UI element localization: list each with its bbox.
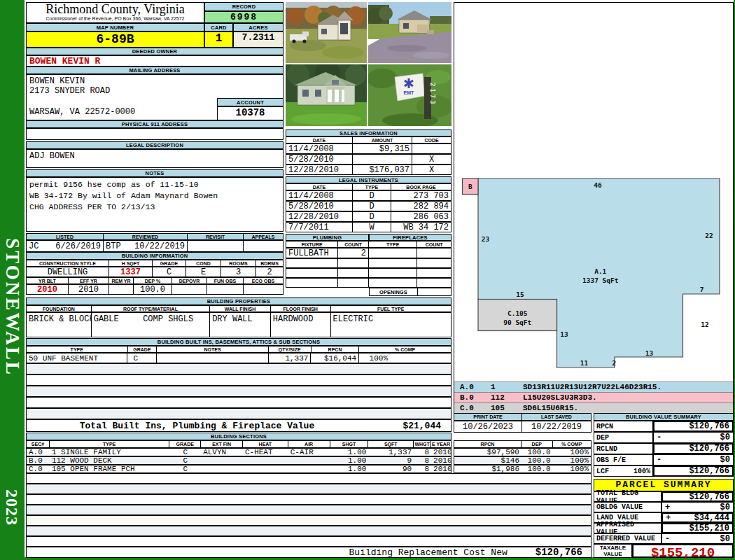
value-summary-row: RCLND $120,766 xyxy=(594,443,734,454)
parcel-row: DEFERRED VALUE -$0 xyxy=(594,533,734,544)
empty-row xyxy=(26,505,592,515)
built-ins-total-label: Total Built Ins, Plumbing & Fireplace Va… xyxy=(27,421,368,431)
section-row: A.0 1 SINGLE FAMILY C ALVYN C-HEAT C-AIR… xyxy=(26,448,451,456)
deeded-owner-value: BOWEN KEVIN R xyxy=(26,55,284,66)
deeded-owner-label: DEEDED OWNER xyxy=(26,48,284,55)
empty-row xyxy=(26,536,592,547)
built-ins-empty-row xyxy=(26,408,451,419)
sections-header: SEC# TYPE GRADE EXT FIN HEAT AIR SHGT SQ… xyxy=(26,440,451,448)
svg-text:7: 7 xyxy=(700,286,704,293)
building-information-title: BUILDING INFORMATION xyxy=(26,252,284,260)
review-header-row: LISTED REVIEWED REVISIT APPEALS xyxy=(26,233,284,240)
svg-text:13: 13 xyxy=(645,349,654,357)
bedrooms: 2 xyxy=(256,267,283,276)
taxable-value: $155,210 xyxy=(632,544,734,558)
building-properties-title: BUILDING PROPERTIES xyxy=(26,298,451,305)
built-ins-title: BUILDING BUILT INS, BASEMENTS, ATTICS & … xyxy=(26,338,451,346)
sections-rpcn-row: $146 100.0 100% xyxy=(454,456,592,465)
built-ins-empty-row xyxy=(26,397,451,408)
roof-value: GABLECOMP SHGLS xyxy=(92,313,210,337)
photo-grid: EMT 2173 xyxy=(286,2,451,126)
functional-obs xyxy=(207,285,244,294)
legal-description-label: LEGAL DESCRIPTION xyxy=(26,141,284,149)
sketch-legend-row-c: C.0 105 SD6L15U6R15. xyxy=(454,402,733,413)
year-vertical-label: 2023 xyxy=(3,479,21,536)
parcel-row: TOTAL BLDG VALUE $120,766 xyxy=(594,491,734,502)
dep-override xyxy=(172,285,207,294)
plumbing-header-row: FIXTURE COUNT TYPE COUNT xyxy=(286,241,451,248)
svg-text:2: 2 xyxy=(612,359,616,367)
record-label: RECORD xyxy=(204,2,284,11)
floor-finish-value: HARDWOOD xyxy=(271,313,331,337)
building-sketch: B462322A.11337 SqFt157C.10590 SqFt131213… xyxy=(454,2,734,380)
county-title: Richmond County, Virginia xyxy=(27,3,204,16)
acres-label: ACRES xyxy=(233,23,284,31)
print-values-row: 10/26/2023 10/22/2019 xyxy=(454,421,592,433)
built-ins-empty-row xyxy=(26,386,451,397)
account-value: 10378 xyxy=(217,106,284,120)
sections-rpcn-row: $1,986 100.0 100% xyxy=(454,465,592,473)
svg-text:1337 SqFt: 1337 SqFt xyxy=(582,276,618,284)
office-line: Commissioner of the Revenue, PO Box 366,… xyxy=(27,16,204,22)
note-line-1: permit 9156 hse comp as of 11-15-10 xyxy=(27,178,283,189)
district-vertical-label: STONEWALL xyxy=(2,202,23,412)
sketch-legend-row-a: A.0 1 SD13R11U2R13U12R7U22L46D23R15. xyxy=(454,382,733,392)
legal-instruments-title: LEGAL INSTRUMENTS xyxy=(286,176,451,183)
built-ins-total-row: Total Built Ins, Plumbing & Fireplace Va… xyxy=(26,419,451,432)
svg-text:A.1: A.1 xyxy=(594,267,606,275)
value-summary-row: LCF100% $120,766 xyxy=(594,465,734,477)
sales-title: SALES INFORMATION xyxy=(286,130,451,136)
taxable-value-row: TAXABLEVALUE $155,210 xyxy=(594,544,734,558)
notes-box: permit 9156 hse comp as of 11-15-10 WB 3… xyxy=(26,177,284,232)
card-page: Richmond County, Virginia Commissioner o… xyxy=(24,0,734,557)
value-summary-row: RPCN $120,766 xyxy=(594,421,734,432)
building-properties-header: FOUNDATION ROOF TYPE/MATERIAL WALL FINIS… xyxy=(26,305,451,312)
fuel-type-value: ELECTRIC xyxy=(331,313,451,337)
instrument-row: 7/7/2011 W WB 34 172 xyxy=(286,222,451,232)
print-header-row: PRINT DATE LAST SAVED xyxy=(454,413,592,421)
value-summary-row: OBS F/E -$0 xyxy=(594,454,734,465)
mailing-line-2: 2173 SNYDER ROAD xyxy=(27,86,283,96)
svg-text:22: 22 xyxy=(705,232,713,239)
empty-row xyxy=(26,515,592,526)
sales-row: 12/28/2010 $176,037 X xyxy=(286,164,451,175)
fireplaces-title: FIREPLACES xyxy=(369,234,451,241)
account-label: ACCOUNT xyxy=(217,98,284,106)
svg-text:12: 12 xyxy=(701,321,708,328)
card-label: CARD xyxy=(204,23,233,31)
built-ins-empty-row xyxy=(26,374,451,386)
depreciation-pct: 100.0 xyxy=(134,285,172,294)
note-line-3: CHG ADDRESS PER TO 2/13/13 xyxy=(27,200,283,211)
building-info-header-1: CONSTRUCTION STYLE H SQFT GRADE COND ROO… xyxy=(26,260,284,267)
built-ins-header: TYPE GRADE NOTES QTY/SIZE RPCN % COMP xyxy=(26,346,451,353)
empty-row xyxy=(26,484,592,494)
effective-year: 2010 xyxy=(69,285,109,294)
svg-text:13: 13 xyxy=(560,330,568,338)
replacement-cost-row: Building Replacement Cost New $120,766 xyxy=(26,547,592,558)
plumbing-title: PLUMBING xyxy=(286,234,369,241)
physical-911-value xyxy=(26,128,284,140)
building-value-summary-title: BUILDING VALUE SUMMARY xyxy=(594,413,734,421)
sales-row: 5/28/2010 X xyxy=(286,154,451,164)
card-value: 1 xyxy=(204,31,233,48)
svg-text:11: 11 xyxy=(580,359,589,367)
openings-row: OPENINGS xyxy=(369,288,451,296)
openings-label: OPENINGS xyxy=(370,288,418,295)
empty-row xyxy=(26,473,592,484)
acres-value: 7.2311 xyxy=(233,31,284,48)
print-date-value: 10/26/2023 xyxy=(454,421,522,432)
photo-house-porch xyxy=(286,64,367,126)
sketch-legend-row-b: B.0 112 L15U20SL3U3R3D3. xyxy=(454,392,733,402)
plumbing-row xyxy=(286,258,451,268)
svg-text:90 SqFt: 90 SqFt xyxy=(503,318,531,326)
plumbing-row xyxy=(286,278,451,288)
mailing-address-label: MAILING ADDRESS xyxy=(26,66,284,74)
record-box: RECORD 6998 xyxy=(204,2,284,23)
note-line-2: WB 34-172 By will of Adam Maynard Bowen xyxy=(27,189,283,200)
notes-label: NOTES xyxy=(26,169,284,177)
instrument-row: 11/4/2008 D 273 703 xyxy=(286,190,451,201)
building-info-values-1: DWELLING 1337 C E 3 2 xyxy=(26,267,284,277)
section-row: C.0 105 OPEN FRAME PCH C 1.00 90 8 2010 xyxy=(26,465,451,473)
listed-value: JC6/26/2019 xyxy=(27,241,104,251)
photo-house-side-driveway xyxy=(368,2,451,63)
